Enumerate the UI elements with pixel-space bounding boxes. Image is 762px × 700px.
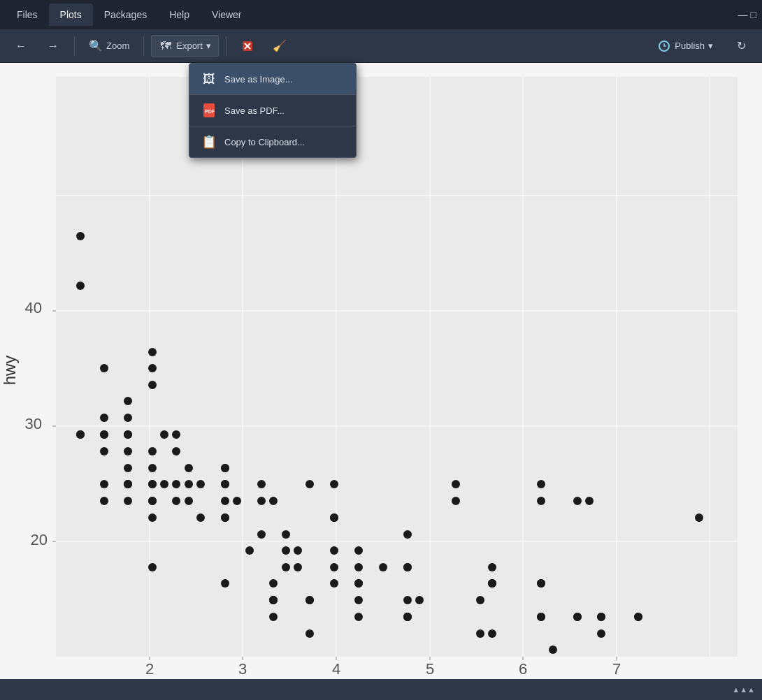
minimize-button[interactable]: — — [738, 9, 748, 20]
tab-help[interactable]: Help — [158, 3, 201, 26]
publish-button[interactable]: Publish ▾ — [650, 36, 720, 57]
svg-point-67 — [148, 513, 157, 522]
svg-point-147 — [549, 646, 557, 654]
svg-point-143 — [537, 613, 545, 621]
svg-point-104 — [294, 563, 302, 571]
zoom-button[interactable]: 🔍 Zoom — [82, 36, 136, 57]
status-bar: ▲▲▲ — [0, 679, 762, 700]
svg-point-62 — [148, 364, 157, 372]
svg-point-81 — [196, 513, 205, 522]
svg-text:displ: displ — [365, 676, 399, 679]
save-as-pdf-item[interactable]: PDF Save as PDF... — [189, 95, 356, 126]
svg-point-57 — [124, 430, 132, 439]
zoom-icon: 🔍 — [89, 39, 103, 53]
svg-text:PDF: PDF — [205, 109, 215, 114]
svg-point-91 — [245, 546, 254, 555]
forward-icon: → — [46, 39, 60, 53]
export-button[interactable]: 🗺 Export ▾ — [151, 35, 219, 57]
svg-point-47 — [100, 480, 108, 488]
svg-text:hwy: hwy — [0, 356, 19, 386]
svg-point-121 — [354, 579, 363, 588]
svg-point-41 — [76, 232, 85, 240]
broom-icon: 🧹 — [273, 39, 287, 53]
svg-point-119 — [354, 546, 363, 555]
tab-plots[interactable]: Plots — [49, 3, 93, 26]
svg-point-79 — [185, 497, 193, 505]
svg-text:2: 2 — [145, 660, 154, 678]
back-button[interactable]: ← — [7, 36, 35, 57]
save-as-image-item[interactable]: 🖼 Save as Image... — [189, 64, 356, 94]
svg-point-45 — [100, 414, 108, 422]
svg-point-46 — [100, 430, 108, 439]
zoom-label: Zoom — [106, 41, 129, 51]
tab-packages[interactable]: Packages — [93, 3, 158, 26]
svg-point-88 — [221, 464, 229, 472]
svg-point-113 — [330, 563, 338, 571]
svg-point-112 — [330, 513, 338, 522]
svg-point-150 — [573, 613, 582, 621]
svg-point-105 — [294, 546, 302, 555]
svg-point-148 — [573, 497, 582, 505]
svg-point-70 — [148, 563, 157, 571]
plot-container: 20 30 40 2 3 4 5 6 7 hwy displ — [0, 63, 762, 679]
broom-button[interactable]: 🧹 — [266, 36, 294, 57]
refresh-icon: ↻ — [734, 39, 748, 53]
svg-point-145 — [537, 480, 545, 488]
svg-point-102 — [282, 546, 290, 555]
svg-point-74 — [172, 480, 180, 488]
svg-point-73 — [172, 430, 180, 439]
publish-icon — [657, 39, 671, 53]
svg-text:3: 3 — [238, 660, 247, 678]
svg-point-153 — [597, 613, 605, 621]
svg-point-42 — [76, 282, 85, 290]
separator-2 — [143, 36, 144, 56]
svg-point-40 — [76, 430, 85, 439]
svg-point-84 — [221, 497, 229, 505]
svg-point-108 — [305, 596, 314, 604]
tab-viewer[interactable]: Viewer — [201, 3, 253, 26]
export-arrow-icon: ▾ — [206, 41, 211, 51]
maximize-button[interactable]: □ — [751, 9, 756, 20]
svg-point-115 — [330, 579, 338, 588]
delete-button[interactable] — [233, 36, 261, 57]
copy-clipboard-label: Copy to Clipboard... — [224, 137, 305, 147]
svg-point-48 — [100, 497, 108, 505]
delete-icon — [240, 39, 254, 53]
svg-point-136 — [488, 563, 496, 571]
forward-button[interactable]: → — [39, 36, 67, 57]
svg-point-135 — [476, 629, 484, 638]
svg-point-61 — [148, 381, 157, 389]
separator-3 — [226, 36, 227, 56]
svg-point-140 — [488, 629, 496, 638]
svg-point-99 — [269, 596, 278, 604]
svg-point-52 — [124, 397, 132, 405]
toolbar: ← → 🔍 Zoom 🗺 Export ▾ 🧹 — [0, 29, 762, 63]
publish-label: Publish — [675, 41, 705, 51]
svg-point-80 — [196, 480, 205, 488]
svg-point-114 — [330, 480, 338, 488]
svg-point-95 — [269, 497, 278, 505]
svg-point-53 — [124, 497, 132, 505]
refresh-button[interactable]: ↻ — [727, 36, 755, 57]
svg-point-133 — [452, 497, 460, 505]
svg-point-92 — [257, 497, 266, 505]
copy-clipboard-item[interactable]: 📋 Copy to Clipboard... — [189, 126, 356, 157]
svg-text:6: 6 — [519, 660, 527, 678]
svg-point-100 — [269, 613, 278, 621]
svg-point-122 — [379, 563, 387, 571]
svg-rect-7 — [56, 77, 738, 657]
svg-point-157 — [695, 513, 703, 522]
svg-point-93 — [257, 530, 266, 539]
svg-point-131 — [415, 596, 424, 604]
clipboard-icon: 📋 — [201, 133, 217, 150]
tab-files[interactable]: Files — [6, 3, 49, 26]
svg-text:40: 40 — [25, 299, 42, 316]
svg-point-56 — [124, 480, 132, 488]
svg-text:4: 4 — [332, 660, 340, 678]
svg-text:7: 7 — [612, 660, 621, 678]
svg-point-66 — [148, 497, 157, 505]
svg-point-85 — [221, 513, 229, 522]
export-label: Export — [176, 41, 203, 51]
save-image-label: Save as Image... — [224, 74, 293, 85]
svg-point-109 — [305, 629, 314, 638]
